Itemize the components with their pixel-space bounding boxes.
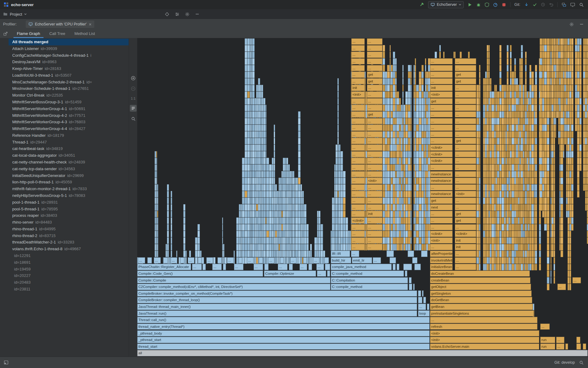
flame-bar[interactable]: ...: [351, 158, 365, 164]
flame-bar[interactable]: PhaseChaitin::Register_Allocate: [137, 264, 191, 270]
flame-bar[interactable]: ...: [455, 251, 476, 257]
flame-bar[interactable]: Compile::Compile: [137, 277, 330, 284]
flame-bar[interactable]: ...: [171, 257, 177, 264]
flame-bar[interactable]: C2Compiler::compile_method(ciEnv*, ciMet…: [137, 284, 330, 290]
flame-bar[interactable]: ...: [455, 171, 476, 178]
thread-row[interactable]: Thread-1id=29447: [9, 139, 129, 146]
flame-bar[interactable]: ...: [367, 237, 383, 244]
flame-bar[interactable]: ...: [455, 111, 476, 118]
flame-bar[interactable]: C::compile_method: [331, 270, 404, 277]
flame-bar[interactable]: ...: [367, 38, 383, 45]
flame-bar[interactable]: get: [455, 138, 476, 144]
gear-icon[interactable]: [185, 12, 190, 17]
flame-bar[interactable]: ...: [367, 171, 383, 178]
flame-bar[interactable]: ...: [351, 164, 365, 171]
flame-bar[interactable]: getSingleton: [430, 290, 532, 297]
flame-bar[interactable]: <init>: [455, 191, 476, 197]
hide-panel-minus-icon[interactable]: [195, 12, 199, 16]
flame-bar[interactable]: ...: [367, 58, 383, 65]
flame-bar[interactable]: <init>: [430, 91, 453, 98]
flame-bar[interactable]: ...: [351, 118, 365, 125]
flame-bar[interactable]: <clinit>: [430, 144, 453, 151]
flame-bar[interactable]: [397, 264, 399, 270]
flame-bar[interactable]: ...: [455, 131, 476, 138]
flame-bar[interactable]: ...: [154, 257, 161, 264]
flame-bar[interactable]: newInstance: [430, 171, 453, 178]
flame-bar[interactable]: ...: [367, 224, 383, 231]
flame-bar[interactable]: ...: [556, 337, 564, 343]
flame-bar[interactable]: thread_start: [137, 343, 430, 350]
flame-bar[interactable]: [583, 343, 586, 350]
flame-bar[interactable]: C::compile_method: [331, 284, 408, 290]
flame-bar[interactable]: init: [455, 244, 476, 250]
project-structure-icon[interactable]: [562, 2, 566, 7]
flame-bar[interactable]: get: [367, 71, 383, 78]
thread-row[interactable]: cat-netty-tcp-data-senderid=34563: [9, 166, 129, 172]
flame-bar[interactable]: <clinit>: [430, 151, 453, 158]
flame-bar[interactable]: ...: [367, 151, 383, 158]
flame-bar[interactable]: ...: [254, 264, 263, 270]
flame-bar[interactable]: ...: [367, 158, 383, 164]
flame-bar[interactable]: [327, 270, 330, 277]
flame-bar[interactable]: ...: [227, 257, 234, 264]
thread-row[interactable]: MtthriftServerBossGroup-3-1id=51459: [9, 99, 129, 105]
thread-row[interactable]: DestroyJavaVMid=8963: [9, 59, 129, 65]
tab-flame-graph[interactable]: Flame Graph: [12, 29, 45, 38]
flame-bar[interactable]: [421, 251, 428, 257]
thread-row[interactable]: MtthriftServerWorkerGroup-4-1id=50691: [9, 105, 129, 112]
flame-bar[interactable]: build_hir: [331, 257, 351, 264]
run-button-icon[interactable]: [468, 2, 472, 7]
flame-bar[interactable]: [418, 297, 422, 303]
flame-bar[interactable]: [409, 284, 412, 290]
flame-bar[interactable]: _pthread_start: [137, 337, 430, 343]
flame-bar[interactable]: ...: [351, 58, 365, 65]
flame-bar[interactable]: <clinit>: [430, 231, 453, 237]
filter-sliders-icon[interactable]: [175, 12, 179, 17]
search-icon[interactable]: [579, 360, 584, 365]
flame-bar[interactable]: <init>: [430, 330, 539, 337]
flame-bar[interactable]: <init>: [367, 178, 383, 184]
flame-bar[interactable]: compile_java_method: [331, 264, 392, 270]
flame-bar[interactable]: ...: [430, 211, 453, 217]
flame-bar[interactable]: ...: [430, 184, 453, 191]
flame-bar[interactable]: ...: [430, 65, 453, 71]
flame-bar[interactable]: refresh: [430, 324, 537, 330]
flame-bar[interactable]: ...: [430, 164, 453, 171]
thread-row[interactable]: MtthriftServerWorkerGroup-4-3id=76803: [9, 119, 129, 125]
flame-bar[interactable]: ...: [455, 65, 476, 71]
git-update-icon[interactable]: [524, 2, 529, 7]
flame-bar[interactable]: ...: [430, 217, 453, 224]
flame-bar[interactable]: ...: [300, 264, 307, 270]
thread-row[interactable]: Reference Handlerid=18179: [9, 132, 129, 139]
flame-bar[interactable]: [239, 257, 243, 264]
flame-bar[interactable]: CompileBroker::invoke_compiler_on_method…: [137, 290, 417, 297]
flame-bar[interactable]: volans.EchoServer.main: [430, 343, 539, 350]
thread-row[interactable]: id=18691: [9, 259, 129, 266]
flame-bar[interactable]: ...: [212, 264, 222, 270]
thread-row[interactable]: process reaperid=38403: [9, 212, 129, 219]
flame-bar[interactable]: ...: [290, 257, 296, 264]
flame-bar[interactable]: get: [430, 197, 453, 204]
thread-row[interactable]: id=20483: [9, 279, 129, 286]
flame-bar[interactable]: get: [455, 217, 476, 224]
terminal-monitor-icon[interactable]: [570, 2, 575, 7]
flame-bar[interactable]: Thread::call_run(): [137, 317, 430, 323]
flame-bar[interactable]: [405, 270, 407, 277]
thread-row[interactable]: LoadInfoUtil-3-thread-1id=53507: [9, 72, 129, 79]
flame-bar[interactable]: ...: [455, 58, 476, 65]
zoom-reset-button[interactable]: 1:1: [130, 95, 137, 102]
thread-row[interactable]: cat-local-data-aggregatorid=34051: [9, 152, 129, 159]
flame-bar[interactable]: thread_native_entry(Thread*): [137, 324, 430, 330]
flame-bar[interactable]: ...: [367, 184, 383, 191]
flame-bar[interactable]: init: [430, 85, 453, 91]
flame-bar[interactable]: init: [367, 211, 383, 217]
flame-bar[interactable]: ...: [367, 197, 383, 204]
flame-bar[interactable]: ...: [455, 144, 476, 151]
flame-bar[interactable]: ...: [455, 224, 476, 231]
flame-bar[interactable]: init: [351, 85, 365, 91]
flame-bar[interactable]: ...: [430, 78, 453, 85]
flame-bar[interactable]: [408, 251, 414, 257]
flame-bar[interactable]: ...: [351, 178, 365, 184]
flame-bar[interactable]: <clinit>: [455, 231, 476, 237]
flame-bar[interactable]: ...: [430, 111, 453, 118]
